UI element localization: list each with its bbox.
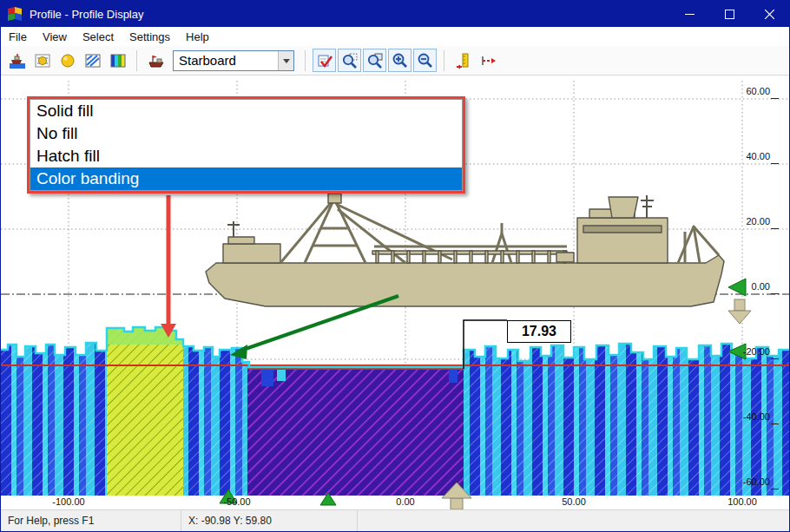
y-axis-label: 40.00: [720, 151, 770, 161]
menu-item-hatch-fill[interactable]: Hatch fill: [30, 145, 462, 167]
color-bands-icon: [109, 52, 127, 69]
values-button[interactable]: [56, 49, 79, 72]
status-coordinates: X: -90.98 Y: 59.80: [181, 510, 357, 531]
toolbar-separator: [136, 50, 137, 71]
top-view-icon: [34, 52, 51, 69]
minimize-button[interactable]: [669, 1, 709, 27]
statusbar: For Help, press F1 X: -90.98 Y: 59.80: [1, 509, 789, 531]
x-axis-label: 50.00: [546, 496, 602, 507]
apply-button[interactable]: [313, 49, 336, 72]
depth-value-box: 17.93: [507, 320, 571, 343]
values-ball-icon: [59, 52, 76, 69]
measure-horizontal-icon: [480, 52, 497, 69]
zoom-out-button[interactable]: [413, 49, 437, 72]
y-axis-label: 20.00: [720, 216, 770, 227]
zoom-extents-button[interactable]: [338, 49, 361, 72]
combo-dropdown-button[interactable]: [278, 51, 293, 70]
status-help-text: For Help, press F1: [1, 510, 181, 531]
y-axis-tick: [771, 228, 779, 229]
toolbar: Starboard: [1, 46, 789, 76]
x-axis-label: 100.00: [714, 496, 770, 507]
y-axis-tick: [771, 489, 779, 489]
app-window: Profile - Profile Display File View Sele…: [0, 0, 790, 532]
y-axis-tick: [771, 293, 779, 294]
marker-draught-arrow: [728, 299, 751, 324]
menu-item-no-fill[interactable]: No fill: [30, 122, 462, 145]
zoom-window-button[interactable]: [363, 49, 386, 72]
fill-style-popup: Solid fill No fill Hatch fill Color band…: [27, 96, 465, 194]
maximize-icon: [725, 10, 734, 19]
chevron-down-icon: [283, 59, 290, 67]
hard-layer-zone: [247, 369, 464, 496]
menu-help[interactable]: Help: [178, 27, 217, 46]
seabed-profile: [1, 322, 789, 496]
maximize-button[interactable]: [709, 1, 749, 27]
zoom-window-icon: [366, 52, 384, 69]
zoom-in-button[interactable]: [388, 49, 411, 72]
ship-icon: [148, 52, 165, 69]
menu-item-solid-fill[interactable]: Solid fill: [30, 100, 462, 122]
statusbar-separator: [357, 510, 358, 531]
x-axis-label: 0.00: [378, 496, 433, 507]
ship-select-button[interactable]: [144, 49, 168, 72]
zoom-in-icon: [392, 52, 409, 69]
menu-settings[interactable]: Settings: [122, 27, 178, 46]
top-view-button[interactable]: [30, 49, 54, 72]
color-bands-button[interactable]: [106, 49, 129, 72]
side-selector-value: Starboard: [174, 53, 278, 68]
close-icon: [765, 10, 774, 19]
menu-item-color-banding[interactable]: Color banding: [30, 167, 462, 190]
y-axis-tick: [771, 98, 779, 99]
menu-select[interactable]: Select: [75, 27, 122, 46]
y-axis-tick: [771, 358, 779, 359]
y-axis-label: -20.00: [720, 346, 770, 357]
x-axis-label: -100.00: [41, 496, 96, 507]
measure-vertical-icon: [455, 52, 472, 69]
titlebar: Profile - Profile Display: [1, 1, 789, 27]
app-icon: [7, 6, 23, 22]
dredged-zone: [107, 322, 183, 496]
minimize-icon: [685, 10, 695, 19]
measure-vertical-button[interactable]: [451, 49, 475, 72]
window-title: Profile - Profile Display: [30, 8, 144, 21]
apply-check-icon: [316, 52, 333, 69]
popup-callout-arrow: [161, 195, 176, 338]
menu-view[interactable]: View: [35, 27, 75, 46]
y-axis-tick: [771, 424, 779, 424]
hatch-fill-button[interactable]: [81, 49, 104, 72]
profile-display-icon: [9, 52, 26, 69]
ship-silhouette: [206, 194, 724, 306]
profile-display-button[interactable]: [5, 49, 29, 72]
fill-style-menu: Solid fill No fill Hatch fill Color band…: [30, 99, 463, 191]
menu-file[interactable]: File: [1, 27, 35, 46]
zoom-extents-icon: [341, 52, 359, 69]
toolbar-separator: [305, 50, 306, 71]
toolbar-separator: [444, 50, 444, 71]
measure-horizontal-button[interactable]: [477, 49, 500, 72]
y-axis-tick: [771, 163, 779, 164]
window-controls: [669, 1, 789, 27]
y-axis-label: -60.00: [720, 476, 770, 487]
x-axis-label: -50.00: [209, 496, 265, 507]
y-axis-label: 0.00: [720, 281, 770, 292]
close-button[interactable]: [749, 1, 789, 27]
y-axis-label: -40.00: [720, 411, 770, 422]
side-selector-combo[interactable]: Starboard: [173, 50, 294, 71]
zoom-out-icon: [417, 52, 434, 69]
profile-chart-area[interactable]: 60.00 40.00 20.00 0.00 -20.00 -40.00 -60…: [1, 76, 789, 511]
menubar: File View Select Settings Help: [1, 27, 789, 46]
hatch-fill-icon: [84, 52, 102, 69]
y-axis-label: 60.00: [720, 86, 770, 96]
